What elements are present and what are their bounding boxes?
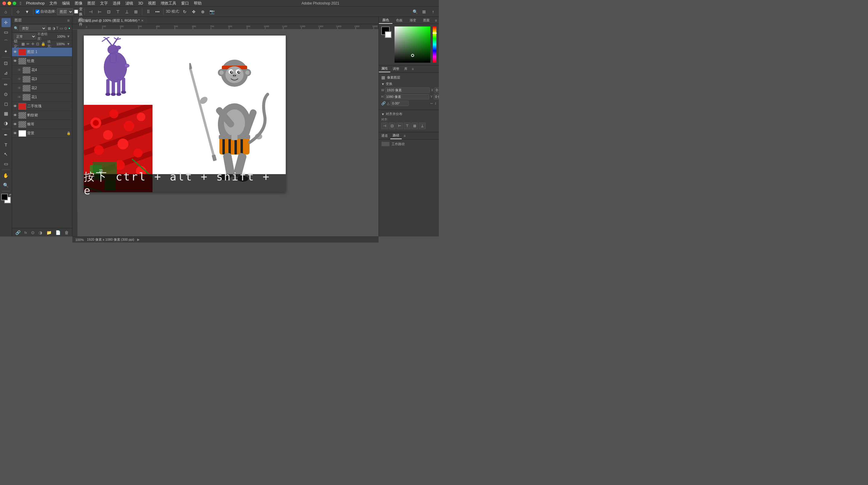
align-right-btn[interactable]: ⊡ [105, 8, 113, 16]
lock-artboard-btn[interactable]: ⊡ [36, 42, 39, 46]
move-tool-options[interactable]: ⊹ [14, 8, 22, 16]
opacity-dropdown[interactable]: ▼ [67, 34, 70, 38]
brush-tool[interactable]: ✏ [1, 80, 10, 89]
text-tool[interactable]: T [1, 140, 10, 149]
shape-tool[interactable]: ▭ [1, 159, 10, 168]
document-tab[interactable]: 图层编组.psd @ 100% (图层 1, RGB/8#) * ✕ [75, 17, 147, 24]
color-tab-pattern[interactable]: 图案 [420, 17, 433, 24]
layer-row[interactable]: 👁 猴哥 [12, 120, 72, 129]
menu-layer[interactable]: 图层 [85, 0, 97, 7]
tab-close-btn[interactable]: ✕ [141, 19, 144, 22]
zoom-tool[interactable]: 🔍 [1, 181, 10, 190]
color-spectrum[interactable] [395, 27, 430, 63]
layer-eye-l5[interactable]: 👁 [17, 86, 22, 91]
layer-eye-l7[interactable]: 👁 [13, 104, 18, 109]
link-icon[interactable]: 🔗 [381, 101, 386, 105]
layer-row[interactable]: 👁 豹纹裙 [12, 111, 72, 120]
3d-camera-btn[interactable]: 📷 [208, 8, 216, 16]
menu-view[interactable]: 视图 [146, 0, 158, 7]
prop-tab-properties[interactable]: 属性 [379, 65, 390, 72]
work-path-row[interactable]: 工作路径 [381, 141, 436, 147]
background-swatch[interactable] [385, 31, 392, 38]
layer-row[interactable]: 👁 牡鹿 [12, 57, 72, 66]
menu-photoshop[interactable]: Photoshop [24, 0, 47, 6]
transform-checkbox[interactable] [74, 10, 78, 13]
crop-tool[interactable]: ⊡ [1, 59, 10, 68]
layer-row[interactable]: 👁 花3 [12, 75, 72, 84]
layer-eye-l9[interactable]: 👁 [13, 122, 18, 127]
layer-row[interactable]: 👁 二手玫瑰 [12, 102, 72, 111]
menu-select[interactable]: 选择 [111, 0, 123, 7]
move-tool[interactable]: ✛ [1, 18, 10, 27]
eyedropper-tool[interactable]: ⊿ [1, 68, 10, 77]
more-btn[interactable]: ••• [153, 8, 161, 16]
layer-eye-l8[interactable]: 👁 [13, 113, 18, 118]
layer-row[interactable]: 👁 图层 1 [12, 47, 72, 57]
layer-new-btn[interactable]: 📄 [56, 230, 61, 235]
align-left-edges-btn[interactable]: ⊣ [381, 123, 388, 129]
flip-h-icon[interactable]: ↔ [430, 101, 433, 105]
more-info-btn[interactable]: ▶ [137, 238, 140, 241]
close-button[interactable] [2, 1, 6, 5]
lock-pixel-btn[interactable]: ▦ [22, 42, 25, 46]
menu-file[interactable]: 文件 [47, 0, 59, 7]
distribute-btn[interactable]: ⠿ [144, 8, 152, 16]
filter-shape-icon[interactable]: ▭ [60, 26, 63, 30]
layer-row[interactable]: 👁 花4 [12, 66, 72, 75]
eraser-tool[interactable]: ◻ [1, 99, 10, 108]
align-top-edges-btn[interactable]: ⊤ [404, 123, 410, 129]
color-tab-gradient[interactable]: 渐变 [406, 17, 420, 24]
layer-eye-l6[interactable]: 👁 [17, 95, 22, 100]
auto-select-checkbox[interactable] [36, 10, 39, 13]
layer-eye-l10[interactable]: 👁 [13, 131, 18, 136]
layer-row[interactable]: 👁 花2 [12, 84, 72, 93]
ch-tab-paths[interactable]: 路径 [390, 132, 402, 139]
filter-text-icon[interactable]: T [56, 26, 59, 30]
layers-panel-menu[interactable]: ≡ [67, 18, 70, 23]
blend-mode-select[interactable]: 正常 [14, 33, 36, 39]
3d-pan-btn[interactable]: ✥ [190, 8, 198, 16]
layer-row[interactable]: 👁 背景 🔒 [12, 129, 72, 138]
layer-group-btn[interactable]: 📁 [46, 230, 52, 235]
channels-panel-menu[interactable]: ≡ [402, 134, 407, 138]
menu-text[interactable]: 文字 [98, 0, 110, 7]
reset-colors[interactable]: ⇌ [9, 193, 11, 196]
layer-link-btn[interactable]: 🔗 [16, 230, 21, 235]
prop-tab-library[interactable]: 库 [402, 65, 410, 72]
filter-toggle[interactable]: ● [68, 27, 70, 30]
layer-delete-btn[interactable]: 🗑 [64, 230, 69, 235]
color-panel-menu[interactable]: ≡ [433, 19, 439, 23]
ch-tab-channels[interactable]: 通道 [379, 132, 390, 139]
move-tool-dropdown[interactable]: ▼ [23, 8, 31, 16]
lasso-tool[interactable]: ⌒ [1, 37, 10, 46]
gradient-tool[interactable]: ▦ [1, 109, 10, 118]
align-right-edges-btn[interactable]: ⊢ [396, 123, 403, 129]
align-top-btn[interactable]: ⊤ [114, 8, 122, 16]
view-toggle-btn[interactable]: ⊞ [420, 8, 428, 16]
layer-mask-btn[interactable]: ⊙ [31, 230, 35, 235]
pen-tool[interactable]: ✒ [1, 130, 10, 139]
layer-select[interactable]: 图层 [57, 8, 73, 15]
menu-image[interactable]: 图像 [73, 0, 85, 7]
layer-adj-btn[interactable]: ◑ [38, 230, 42, 235]
align-section-header[interactable]: ▼ 对齐并分布 [381, 112, 436, 116]
menu-edit[interactable]: 编辑 [60, 0, 72, 7]
menu-window[interactable]: 窗口 [179, 0, 191, 7]
magic-wand-tool[interactable]: ✦ [1, 47, 10, 56]
3d-zoom-btn[interactable]: ⊕ [199, 8, 207, 16]
share-btn[interactable]: ↑ [429, 8, 437, 16]
selection-tool[interactable]: ▭ [1, 28, 10, 37]
3d-rotate-btn[interactable]: ↻ [181, 8, 189, 16]
layer-fx-btn[interactable]: fx [24, 231, 27, 234]
transform-toggle[interactable]: 显示变换控件 [74, 8, 82, 16]
lock-all-btn[interactable]: 🔒 [41, 42, 45, 46]
search-btn[interactable]: 🔍 [411, 8, 419, 16]
foreground-color[interactable] [1, 194, 8, 200]
y-input[interactable] [434, 94, 439, 99]
w-input[interactable] [385, 87, 430, 93]
canvas-document[interactable]: 花 [78, 30, 378, 236]
maximize-button[interactable] [13, 1, 16, 5]
lock-draw-btn[interactable]: ✏ [27, 42, 30, 46]
menu-3d[interactable]: 3D [136, 0, 145, 6]
transform-section-header[interactable]: ▼ 变换 [381, 82, 436, 86]
